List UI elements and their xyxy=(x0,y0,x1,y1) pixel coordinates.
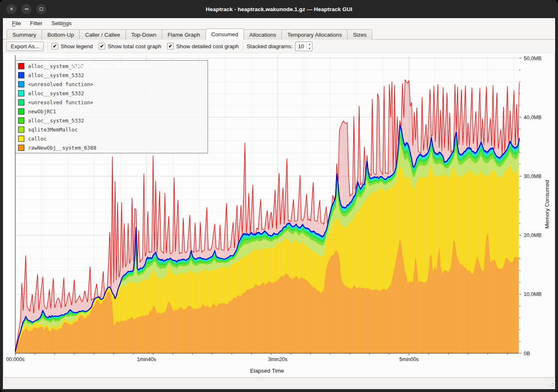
checkbox-show-legend[interactable]: ✔Show legend xyxy=(52,43,93,49)
svg-text:5min00s: 5min00s xyxy=(399,357,418,362)
svg-text:Elapsed Time: Elapsed Time xyxy=(250,368,284,374)
legend-label: newObjRC1 xyxy=(28,108,56,115)
export-as-button[interactable]: Export As... xyxy=(6,42,44,51)
legend-row: calloc xyxy=(16,134,208,143)
minimize-icon[interactable] xyxy=(21,4,31,14)
stacked-diagrams-stepper[interactable]: 10 ▲ ▼ xyxy=(295,42,312,51)
tab-summary[interactable]: Summary xyxy=(7,29,42,40)
checkbox-label: Show detailed cost graph xyxy=(176,43,239,49)
close-icon[interactable]: ✕ xyxy=(7,4,17,14)
legend-row: <unresolved function> xyxy=(16,98,208,107)
window-controls: ✕ xyxy=(7,4,46,14)
svg-text:10,0MB: 10,0MB xyxy=(524,291,541,297)
checkmark-icon: ✔ xyxy=(99,43,105,49)
legend-row: rawNewObj__system_6388 xyxy=(16,143,208,152)
legend-swatch xyxy=(18,99,24,106)
legend-swatch xyxy=(18,127,24,133)
legend-label: <unresolved function> xyxy=(28,81,93,87)
chart-area: 00.000s1min40s3min20s5min00s0B10,0MB20,0… xyxy=(3,53,555,378)
maximize-icon[interactable] xyxy=(36,4,46,14)
legend-label: sqlite3MemMalloc xyxy=(28,127,78,133)
legend-label: calloc xyxy=(28,136,47,142)
svg-text:20,0MB: 20,0MB xyxy=(524,232,541,238)
legend-label: alloc__system_5332 xyxy=(28,90,84,96)
legend-row: alloc__system_5332 xyxy=(16,116,208,125)
spin-down-icon[interactable]: ▼ xyxy=(307,46,312,51)
toolbar: Export As... ✔Show legend✔Show total cos… xyxy=(3,40,555,53)
legend-swatch xyxy=(18,145,24,151)
checkbox-show-detailed-cost-graph[interactable]: ✔Show detailed cost graph xyxy=(167,43,239,49)
svg-text:Memory Consumed: Memory Consumed xyxy=(544,180,550,229)
checkmark-icon: ✔ xyxy=(167,43,174,49)
statusbar xyxy=(3,378,555,389)
chart-legend: Total Memory Consumptionalloc__system_53… xyxy=(15,60,208,153)
legend-row: alloc__system_5332 xyxy=(16,89,208,98)
tab-consumed[interactable]: Consumed xyxy=(206,28,244,40)
svg-text:50,0MB: 50,0MB xyxy=(524,56,541,61)
legend-title-row: Total Memory Consumption xyxy=(16,61,208,70)
svg-text:00.000s: 00.000s xyxy=(6,357,24,362)
tab-temporary-allocations[interactable]: Temporary Allocations xyxy=(281,29,348,40)
toolbar-separator xyxy=(47,42,48,50)
legend-label: rawNewObj__system_6388 xyxy=(28,145,97,151)
checkbox-label: Show total cost graph xyxy=(108,43,161,49)
checkbox-label: Show legend xyxy=(61,43,93,49)
stacked-diagrams-value: 10 xyxy=(296,42,306,51)
svg-text:3min20s: 3min20s xyxy=(268,357,287,362)
legend-row: newObjRC1 xyxy=(16,107,208,116)
menu-item-file[interactable]: File xyxy=(8,19,25,27)
tab-top-down[interactable]: Top-Down xyxy=(125,29,162,40)
resize-grip-icon[interactable] xyxy=(548,382,554,388)
checkbox-show-total-cost-graph[interactable]: ✔Show total cost graph xyxy=(99,43,161,49)
svg-text:0B: 0B xyxy=(524,351,530,357)
legend-label: alloc__system_5332 xyxy=(28,117,84,124)
legend-swatch xyxy=(18,136,24,142)
titlebar: ✕ Heaptrack - heaptrack.wakunode.1.gz — … xyxy=(0,0,558,18)
legend-swatch xyxy=(18,90,24,96)
legend-swatch xyxy=(18,108,24,115)
legend-label: <unresolved function> xyxy=(28,99,93,106)
tab-sizes[interactable]: Sizes xyxy=(347,29,372,40)
legend-row: alloc__system_5332 xyxy=(16,70,208,80)
legend-swatch xyxy=(18,63,24,69)
checkmark-icon: ✔ xyxy=(52,43,58,49)
spin-up-icon[interactable]: ▲ xyxy=(307,42,312,47)
tab-allocations[interactable]: Allocations xyxy=(244,29,282,40)
legend-swatch xyxy=(18,117,24,124)
tab-flame-graph[interactable]: Flame Graph xyxy=(162,29,206,40)
svg-text:30,0MB: 30,0MB xyxy=(524,174,541,179)
menu-item-settings[interactable]: Settings xyxy=(47,19,76,27)
legend-row: sqlite3MemMalloc xyxy=(16,125,208,134)
stacked-diagrams-label: Stacked diagrams: xyxy=(247,43,293,49)
legend-row: <unresolved function> xyxy=(16,80,208,89)
svg-text:1min40s: 1min40s xyxy=(137,357,156,362)
tab-bottom-up[interactable]: Bottom-Up xyxy=(42,29,80,40)
legend-label: Total Memory Consumption xyxy=(28,63,195,69)
tabbar: SummaryBottom-UpCaller / CalleeTop-DownF… xyxy=(3,28,555,40)
legend-label: alloc__system_5332 xyxy=(28,72,84,78)
legend-swatch xyxy=(18,81,24,87)
legend-swatch xyxy=(18,72,24,78)
window-title: Heaptrack - heaptrack.wakunode.1.gz — He… xyxy=(0,6,558,12)
tab-caller-callee[interactable]: Caller / Callee xyxy=(79,29,126,40)
svg-text:40,0MB: 40,0MB xyxy=(524,115,541,120)
toolbar-separator xyxy=(243,42,243,50)
menubar: FileFilterSettings xyxy=(3,18,555,28)
menu-item-filter[interactable]: Filter xyxy=(26,19,47,27)
app-window: ✕ Heaptrack - heaptrack.wakunode.1.gz — … xyxy=(0,0,558,392)
